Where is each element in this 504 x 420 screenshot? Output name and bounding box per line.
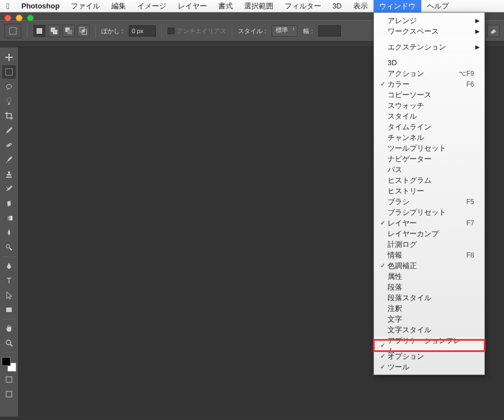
menu-item-label: スタイル <box>386 111 474 121</box>
menubar-item-選択範囲[interactable]: 選択範囲 <box>238 0 279 12</box>
menubar-item-ヘルプ[interactable]: ヘルプ <box>421 0 454 12</box>
marquee-tool[interactable] <box>2 65 16 79</box>
current-tool-icon[interactable] <box>4 24 21 38</box>
menubar-item-表示[interactable]: 表示 <box>348 0 374 12</box>
eyedropper-tool[interactable] <box>2 124 16 137</box>
menu-item-カラー[interactable]: ✓カラーF6 <box>374 79 484 89</box>
menu-item-アレンジ[interactable]: アレンジ▶ <box>374 15 484 26</box>
menu-item-ツールプリセット[interactable]: ツールプリセット <box>374 143 484 153</box>
menubar-item-書式[interactable]: 書式 <box>213 0 238 12</box>
menu-item-文字スタイル[interactable]: 文字スタイル <box>374 324 484 335</box>
menu-item-段落スタイル[interactable]: 段落スタイル <box>374 292 484 303</box>
menu-item-情報[interactable]: 情報F8 <box>374 250 484 260</box>
menu-item-エクステンション[interactable]: エクステンション▶ <box>374 42 484 52</box>
color-swatches[interactable] <box>2 357 16 372</box>
svg-point-10 <box>7 98 11 102</box>
menu-item-パス[interactable]: パス <box>374 164 484 175</box>
path-select-tool[interactable] <box>2 288 16 302</box>
lasso-tool[interactable] <box>2 80 16 93</box>
svg-point-15 <box>6 245 10 248</box>
menu-shortcut: F8 <box>466 251 474 259</box>
menu-item-ヒストリー[interactable]: ヒストリー <box>374 186 484 196</box>
crop-tool[interactable] <box>2 109 16 123</box>
brush-tool[interactable] <box>2 153 16 166</box>
svg-rect-18 <box>6 308 12 312</box>
apple-menu-icon[interactable]:  <box>0 1 16 11</box>
menu-item-3D[interactable]: 3D <box>374 57 484 68</box>
feather-input[interactable] <box>129 25 156 37</box>
menu-item-label: 注釈 <box>386 304 474 314</box>
menu-item-レイヤーカンプ[interactable]: レイヤーカンプ <box>374 228 484 239</box>
tool-divider <box>2 256 16 257</box>
selection-subtract-button[interactable] <box>62 25 75 37</box>
svg-rect-8 <box>82 30 84 32</box>
app-name[interactable]: Photoshop <box>16 2 65 10</box>
selection-intersect-button[interactable] <box>77 25 89 37</box>
healing-tool[interactable] <box>2 138 16 152</box>
zoom-window-button[interactable] <box>27 15 34 21</box>
menu-item-注釈[interactable]: 注釈 <box>374 303 484 314</box>
menubar-item-編集[interactable]: 編集 <box>106 0 132 12</box>
menu-item-レイヤー[interactable]: ✓レイヤーF7 <box>374 218 484 228</box>
menu-item-スタイル[interactable]: スタイル <box>374 111 484 121</box>
menu-item-label: 属性 <box>386 272 474 282</box>
menu-item-ヒストグラム[interactable]: ヒストグラム <box>374 175 484 186</box>
selection-new-button[interactable] <box>33 25 46 37</box>
menubar-item-ウィンドウ[interactable]: ウィンドウ <box>374 0 421 12</box>
menu-item-色調補正[interactable]: ✓色調補正 <box>374 260 484 271</box>
menu-item-label: 文字スタイル <box>386 325 474 335</box>
menubar-item-3D[interactable]: 3D <box>327 0 348 12</box>
check-icon: ✓ <box>379 353 386 360</box>
eraser-tool[interactable] <box>2 197 16 210</box>
foreground-color-swatch[interactable] <box>2 357 11 366</box>
type-tool[interactable]: T <box>2 274 16 287</box>
style-select[interactable]: 標準 ↕ <box>272 25 298 37</box>
menu-item-label: チャンネル <box>386 133 474 143</box>
rectangle-tool[interactable] <box>2 303 16 317</box>
menu-item-属性[interactable]: 属性 <box>374 271 484 282</box>
screen-mode-icon[interactable] <box>2 387 16 401</box>
move-tool[interactable] <box>2 51 16 64</box>
zoom-tool[interactable] <box>2 336 16 350</box>
history-brush-tool[interactable] <box>2 182 16 196</box>
menu-item-アクション[interactable]: アクション⌥F9 <box>374 68 484 79</box>
menu-item-ブラシ[interactable]: ブラシF5 <box>374 196 484 207</box>
menu-item-段落[interactable]: 段落 <box>374 282 484 292</box>
hand-tool[interactable] <box>2 322 16 335</box>
menu-item-スウォッチ[interactable]: スウォッチ <box>374 100 484 111</box>
menubar-item-ファイル[interactable]: ファイル <box>65 0 106 12</box>
quick-mask-icon[interactable] <box>2 373 16 386</box>
menu-item-label: 情報 <box>386 250 466 260</box>
menubar-item-イメージ[interactable]: イメージ <box>132 0 172 12</box>
refine-edge-button[interactable] <box>487 25 500 37</box>
menu-item-ワークスペース[interactable]: ワークスペース▶ <box>374 26 484 37</box>
selection-mode-buttons <box>33 25 89 37</box>
menu-item-コピーソース[interactable]: コピーソース <box>374 89 484 100</box>
svg-line-16 <box>10 248 12 250</box>
menu-item-label: スウォッチ <box>386 101 474 111</box>
selection-add-button[interactable] <box>48 25 60 37</box>
menu-item-文字[interactable]: 文字 <box>374 314 484 324</box>
minimize-window-button[interactable] <box>16 15 22 21</box>
menubar-item-レイヤー[interactable]: レイヤー <box>172 0 213 12</box>
menu-item-タイムライン[interactable]: タイムライン <box>374 121 484 132</box>
menu-item-ブラシプリセット[interactable]: ブラシプリセット <box>374 207 484 218</box>
tool-divider <box>2 319 16 319</box>
menu-item-チャンネル[interactable]: チャンネル <box>374 132 484 143</box>
menu-item-アプリケーションフレーム[interactable]: ✓アプリケーションフレーム <box>374 340 484 351</box>
gradient-tool[interactable] <box>2 211 16 225</box>
pen-tool[interactable] <box>2 259 16 273</box>
blur-tool[interactable] <box>2 226 16 240</box>
menu-item-label: アレンジ <box>386 16 474 26</box>
width-label: 幅 : <box>303 27 313 35</box>
dodge-tool[interactable] <box>2 241 16 254</box>
quick-select-tool[interactable] <box>2 94 16 108</box>
menu-item-ツール[interactable]: ✓ツール <box>374 362 484 372</box>
width-input <box>318 25 341 37</box>
menu-item-計測ログ[interactable]: 計測ログ <box>374 239 484 250</box>
tool-divider <box>2 352 16 353</box>
stamp-tool[interactable] <box>2 168 16 181</box>
close-window-button[interactable] <box>4 15 11 21</box>
menubar-item-フィルター[interactable]: フィルター <box>279 0 327 12</box>
menu-item-ナビゲーター[interactable]: ナビゲーター <box>374 153 484 164</box>
